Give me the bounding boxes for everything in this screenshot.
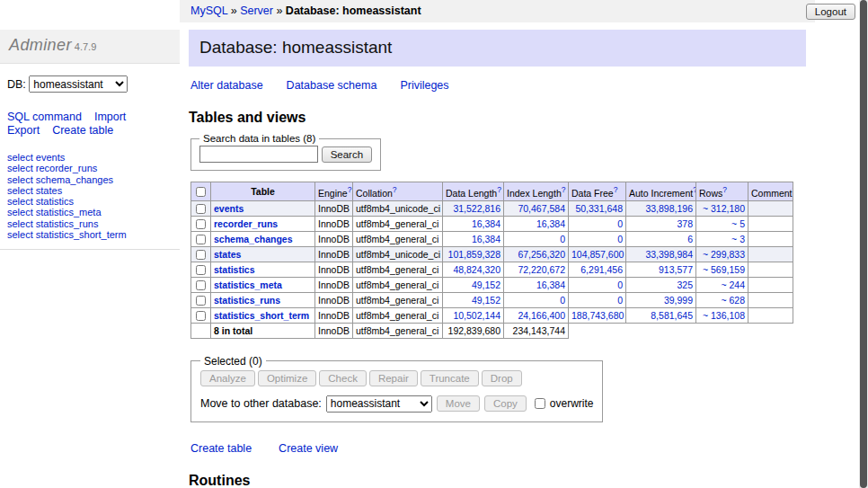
auto-increment-link[interactable]: 378: [677, 218, 693, 229]
index-length-link[interactable]: 16,384: [536, 279, 565, 290]
data-free-link[interactable]: 188,743,680: [571, 310, 624, 321]
breadcrumb-link-server[interactable]: Server: [240, 4, 273, 17]
data-length-link[interactable]: 10,502,144: [453, 310, 500, 321]
scrollbar-thumb[interactable]: [860, 0, 867, 488]
data-free-link[interactable]: 0: [617, 234, 623, 244]
row-checkbox[interactable]: [196, 265, 206, 275]
app-logo[interactable]: Adminer: [9, 36, 72, 54]
auto-increment-link[interactable]: 33,898,196: [645, 203, 693, 214]
sidebar-select-states[interactable]: select states: [7, 185, 173, 196]
move-db-select[interactable]: homeassistant: [326, 395, 432, 413]
index-length-link[interactable]: 16,384: [536, 218, 565, 229]
data-length-link[interactable]: 16,384: [472, 234, 500, 244]
data-length-link[interactable]: 49,152: [472, 295, 500, 306]
analyze-button[interactable]: Analyze: [200, 370, 255, 386]
check-button[interactable]: Check: [319, 370, 367, 386]
table-link-statistics-short-term[interactable]: statistics_short_term: [214, 310, 309, 321]
index-length-link[interactable]: 67,256,320: [518, 249, 565, 260]
copy-button[interactable]: Copy: [484, 395, 527, 412]
table-link-states[interactable]: states: [214, 249, 241, 260]
data-length-link[interactable]: 16,384: [472, 218, 500, 229]
scrollbar[interactable]: [859, 0, 868, 488]
table-link-events[interactable]: events: [214, 203, 244, 214]
logout-button[interactable]: Logout: [806, 4, 855, 20]
db-select[interactable]: homeassistant: [29, 75, 128, 93]
search-input[interactable]: [199, 146, 318, 163]
overwrite-checkbox[interactable]: [535, 398, 545, 409]
rows-link[interactable]: ~ 299,833: [703, 249, 745, 260]
link-create-table[interactable]: Create table: [190, 442, 252, 455]
auto-increment-link[interactable]: 8,581,645: [651, 310, 693, 321]
sidebar-select-statistics-meta[interactable]: select statistics_meta: [7, 207, 173, 217]
sidebar-link-create-table[interactable]: Create table: [52, 124, 113, 137]
auto-increment-link[interactable]: 33,398,984: [645, 249, 693, 260]
data-length-link[interactable]: 48,824,320: [453, 264, 500, 275]
auto-increment-link[interactable]: 6: [687, 234, 693, 244]
help-icon[interactable]: ?: [348, 185, 352, 194]
auto-increment-link[interactable]: 325: [677, 279, 693, 290]
sidebar-select-events[interactable]: select events: [7, 152, 173, 163]
help-icon[interactable]: ?: [614, 185, 618, 194]
rows-link[interactable]: ~ 569,159: [703, 264, 745, 275]
search-button[interactable]: Search: [322, 146, 372, 163]
data-free-link[interactable]: 50,331,648: [575, 203, 623, 214]
nav-link-privileges[interactable]: Privileges: [400, 79, 448, 92]
sidebar-link-sql-command[interactable]: SQL command: [7, 111, 82, 123]
nav-link-alter-database[interactable]: Alter database: [190, 79, 263, 92]
data-free-link[interactable]: 0: [617, 279, 623, 290]
truncate-button[interactable]: Truncate: [421, 370, 479, 386]
link-create-view[interactable]: Create view: [279, 442, 338, 455]
table-link-statistics-meta[interactable]: statistics_meta: [214, 279, 282, 290]
select-all-checkbox[interactable]: [196, 187, 206, 197]
help-icon[interactable]: ?: [497, 185, 501, 194]
sidebar-select-statistics[interactable]: select statistics: [7, 196, 173, 207]
index-length-link[interactable]: 0: [560, 295, 565, 306]
nav-link-database-schema[interactable]: Database schema: [287, 79, 377, 92]
index-length-link[interactable]: 24,166,400: [518, 310, 565, 321]
data-length-link[interactable]: 49,152: [472, 279, 500, 290]
row-checkbox[interactable]: [196, 280, 206, 290]
sidebar-select-statistics-runs[interactable]: select statistics_runs: [7, 218, 173, 229]
table-link-schema-changes[interactable]: schema_changes: [214, 234, 293, 244]
row-checkbox[interactable]: [196, 219, 206, 229]
index-length-link[interactable]: 72,220,672: [518, 264, 565, 275]
index-length-link[interactable]: 0: [560, 234, 565, 244]
sidebar-link-import[interactable]: Import: [94, 111, 126, 123]
rows-link[interactable]: ~ 136,108: [703, 310, 745, 321]
help-icon[interactable]: ?: [722, 185, 727, 194]
sidebar-select-recorder-runs[interactable]: select recorder_runs: [7, 163, 173, 173]
sidebar-select-schema-changes[interactable]: select schema_changes: [7, 174, 173, 185]
table-link-statistics[interactable]: statistics: [214, 264, 255, 275]
repair-button[interactable]: Repair: [369, 370, 418, 386]
data-free-link[interactable]: 6,291,456: [580, 264, 623, 275]
auto-increment-link[interactable]: 913,577: [659, 264, 693, 275]
rows-link[interactable]: ~ 5: [731, 218, 745, 229]
row-checkbox[interactable]: [196, 204, 206, 214]
rows-link[interactable]: ~ 244: [721, 279, 745, 290]
drop-button[interactable]: Drop: [482, 370, 522, 386]
sidebar-link-export[interactable]: Export: [7, 124, 40, 137]
help-icon[interactable]: ?: [793, 185, 793, 194]
optimize-button[interactable]: Optimize: [258, 370, 316, 386]
help-icon[interactable]: ?: [562, 185, 566, 194]
sidebar-select-statistics-short-term[interactable]: select statistics_short_term: [7, 229, 173, 240]
row-checkbox[interactable]: [196, 296, 206, 306]
data-free-link[interactable]: 104,857,600: [571, 249, 624, 260]
rows-link[interactable]: ~ 3: [731, 234, 745, 244]
table-link-statistics-runs[interactable]: statistics_runs: [214, 295, 280, 306]
rows-link[interactable]: ~ 628: [721, 295, 745, 306]
row-checkbox[interactable]: [196, 250, 206, 260]
data-length-link[interactable]: 101,859,328: [448, 249, 500, 260]
help-icon[interactable]: ?: [393, 185, 397, 194]
rows-link[interactable]: ~ 312,180: [703, 203, 745, 214]
row-checkbox[interactable]: [196, 235, 206, 244]
breadcrumb-link-mysql[interactable]: MySQL: [190, 4, 227, 17]
app-version[interactable]: 4.7.9: [75, 41, 96, 52]
table-link-recorder-runs[interactable]: recorder_runs: [214, 218, 278, 229]
index-length-link[interactable]: 70,467,584: [518, 203, 565, 214]
move-button[interactable]: Move: [437, 395, 480, 412]
data-free-link[interactable]: 0: [617, 218, 623, 229]
row-checkbox[interactable]: [196, 311, 206, 321]
data-free-link[interactable]: 0: [617, 295, 623, 306]
data-length-link[interactable]: 31,522,816: [453, 203, 500, 214]
